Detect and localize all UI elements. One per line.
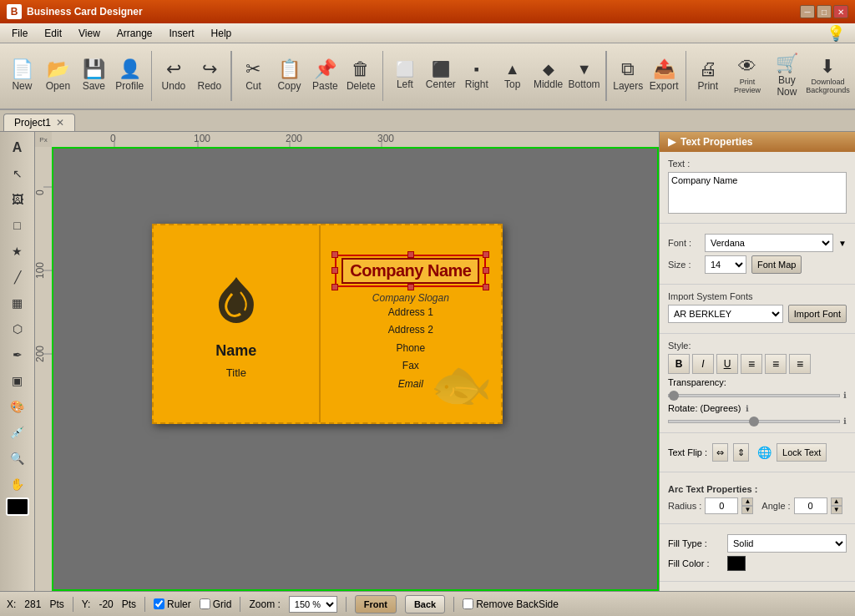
y-value: -20 (99, 598, 113, 610)
restore-button[interactable]: □ (817, 5, 832, 18)
tool-color-box[interactable] (6, 497, 29, 516)
angle-down[interactable]: ▼ (831, 506, 842, 514)
fill-type-select[interactable]: Solid Gradient None (727, 534, 847, 553)
toolbar-layers[interactable]: ⧉ Layers (611, 47, 645, 105)
text-input[interactable] (668, 172, 847, 214)
new-label: New (12, 80, 32, 92)
underline-button[interactable]: U (716, 354, 738, 374)
font-label: Font : (668, 238, 700, 248)
align-right-button[interactable]: ≡ (789, 354, 811, 374)
menu-edit[interactable]: Edit (36, 26, 70, 41)
radius-spinner[interactable]: ▲ ▼ (741, 497, 753, 514)
menu-insert[interactable]: Insert (161, 26, 203, 41)
menu-help[interactable]: Help (203, 26, 240, 41)
angle-spinner[interactable]: ▲ ▼ (831, 497, 842, 514)
lock-text-button[interactable]: Lock Text (777, 443, 827, 462)
tool-line[interactable]: ╱ (3, 265, 32, 290)
size-select[interactable]: 14 10 12 16 18 24 (705, 255, 746, 274)
toolbar-right[interactable]: ▪ Right (459, 47, 493, 105)
menu-arrange[interactable]: Arrange (109, 26, 161, 41)
toolbar-paste[interactable]: 📌 Paste (308, 47, 342, 105)
transparency-slider[interactable] (668, 394, 840, 397)
radius-input[interactable] (705, 497, 738, 514)
import-font-button[interactable]: Import Font (788, 305, 847, 323)
tool-qr[interactable]: ▦ (3, 290, 32, 316)
toolbar-center[interactable]: ⬛ Center (423, 47, 458, 105)
grid-check-label[interactable]: Grid (200, 598, 232, 610)
toolbar-print[interactable]: 🖨 Print (691, 47, 725, 105)
angle-up[interactable]: ▲ (831, 497, 842, 506)
front-button[interactable]: Front (355, 595, 397, 613)
tool-image[interactable]: 🖼 (3, 187, 32, 212)
italic-button[interactable]: I (692, 354, 714, 374)
toolbar-profile[interactable]: 👤 Profile (113, 47, 147, 105)
card-container[interactable]: ✂ Name (152, 224, 503, 424)
open-label: Open (46, 80, 70, 92)
zoom-select[interactable]: 150 % 100 % 75 % 50 % 200 % (289, 596, 337, 613)
angle-input[interactable] (794, 497, 827, 514)
radius-up[interactable]: ▲ (741, 497, 753, 506)
flip-horizontal-button[interactable]: ⇔ (712, 443, 728, 462)
toolbar-copy[interactable]: 📋 Copy (272, 47, 306, 105)
fill-color-swatch[interactable] (727, 556, 746, 571)
toolbar-delete[interactable]: 🗑 Delete (344, 47, 378, 105)
menu-file[interactable]: File (3, 26, 36, 41)
flip-vertical-button[interactable]: ⇕ (733, 443, 749, 462)
ruler-check-label[interactable]: Ruler (154, 598, 191, 610)
project-tab[interactable]: Project1 ✕ (3, 114, 75, 131)
toolbar-undo[interactable]: ↩ Undo (156, 47, 190, 105)
toolbar-buy-now[interactable]: 🛒 Buy Now (770, 47, 804, 105)
font-select[interactable]: Verdana Arial Times New Roman (705, 234, 833, 252)
menu-view[interactable]: View (70, 26, 109, 41)
ruler-checkbox[interactable] (154, 598, 164, 609)
toolbar: 📄 New 📂 Open 💾 Save 👤 Profile ↩ Undo ↪ R… (0, 43, 855, 110)
align-center-button[interactable]: ≡ (765, 354, 787, 374)
tool-pan[interactable]: ✋ (3, 472, 32, 497)
back-button[interactable]: Back (405, 595, 445, 613)
toolbar-redo[interactable]: ↪ Redo (192, 47, 226, 105)
remove-backside-checkbox[interactable] (463, 598, 473, 609)
close-button[interactable]: ✕ (833, 5, 848, 18)
grid-checkbox[interactable] (200, 598, 210, 609)
tool-text[interactable]: A (3, 135, 32, 160)
radius-down[interactable]: ▼ (741, 506, 753, 514)
tool-clip[interactable]: ⬡ (3, 316, 32, 341)
font-dropdown-arrow: ▼ (838, 239, 847, 248)
tool-gradient[interactable]: ▣ (3, 368, 32, 393)
card-watermark: 🐟 (430, 355, 493, 414)
toolbar-top[interactable]: ▲ Top (495, 47, 529, 105)
right-label: Right (465, 78, 488, 90)
company-name-selection: Company Name (335, 255, 486, 287)
tool-shape[interactable]: □ (3, 213, 32, 238)
card-address2: Address 2 (388, 321, 433, 340)
canvas-area[interactable]: Px 0 100 200 300 0 100 200 (35, 132, 659, 591)
minimize-button[interactable]: ─ (800, 5, 815, 18)
toolbar-print-preview[interactable]: 👁 Print Preview (726, 47, 768, 105)
toolbar-export[interactable]: 📤 Export (647, 47, 681, 105)
align-left-button[interactable]: ≡ (741, 354, 762, 374)
open-icon: 📂 (47, 60, 69, 78)
tab-close-icon[interactable]: ✕ (56, 117, 64, 129)
titlebar-controls[interactable]: ─ □ ✕ (800, 5, 848, 18)
toolbar-cut[interactable]: ✂ Cut (236, 47, 271, 105)
font-map-button[interactable]: Font Map (751, 255, 802, 274)
toolbar-bottom[interactable]: ▼ Bottom (567, 47, 601, 105)
toolbar-left[interactable]: ⬜ Left (387, 47, 422, 105)
remove-backside-check[interactable]: Remove BackSide (463, 598, 559, 610)
import-font-select[interactable]: AR BERKLEY (668, 305, 783, 323)
toolbar-save[interactable]: 💾 Save (77, 47, 111, 105)
style-buttons: B I U ≡ ≡ ≡ (668, 354, 847, 374)
toolbar-download[interactable]: ⬇ Download Backgrounds (806, 47, 850, 105)
tool-select[interactable]: ↖ (3, 161, 32, 186)
toolbar-middle[interactable]: ◆ Middle (531, 47, 565, 105)
toolbar-new[interactable]: 📄 New (5, 47, 39, 105)
tool-color-picker[interactable]: 🎨 (3, 394, 32, 419)
tool-eyedrop[interactable]: 💉 (3, 420, 32, 445)
card-title: Title (226, 366, 246, 379)
tool-zoom[interactable]: 🔍 (3, 446, 32, 471)
tool-draw[interactable]: ✒ (3, 342, 32, 367)
tool-star[interactable]: ★ (3, 239, 32, 264)
bold-button[interactable]: B (668, 354, 690, 374)
toolbar-open[interactable]: 📂 Open (41, 47, 75, 105)
rotate-slider[interactable] (668, 420, 840, 423)
